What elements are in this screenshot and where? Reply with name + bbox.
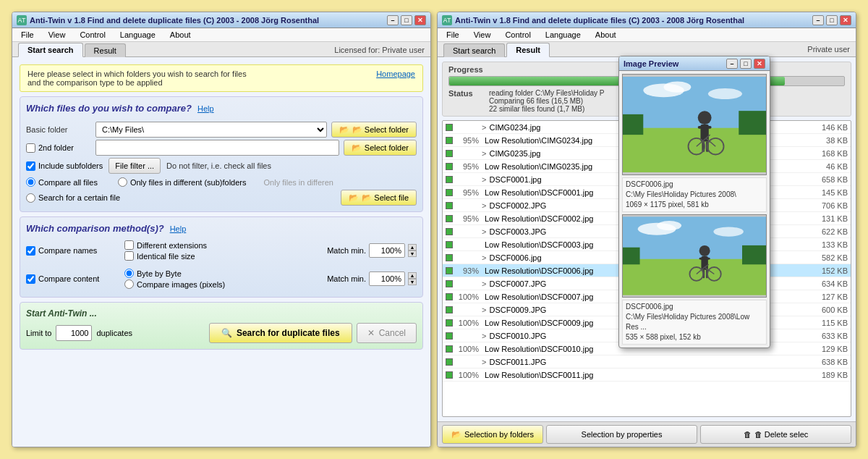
search-btn[interactable]: 🔍 Search for duplicate files [209, 323, 352, 343]
preview-min-btn[interactable]: – [726, 59, 738, 69]
tab-result-right[interactable]: Result [506, 43, 550, 57]
rmenu-control[interactable]: Control [501, 30, 535, 40]
match-percentage: 100% [456, 319, 479, 327]
file-size: 582 KB [804, 253, 848, 262]
close-btn-left[interactable]: ✕ [414, 15, 426, 25]
rmenu-file[interactable]: File [442, 30, 464, 40]
maximize-btn-left[interactable]: □ [401, 15, 412, 25]
preview-image-2 [622, 214, 767, 298]
rmenu-language[interactable]: Language [541, 30, 585, 40]
tab-result-left[interactable]: Result [85, 43, 126, 57]
compare-images-label: Compare images (pixels) [137, 280, 225, 289]
arrow-indicator: > [482, 253, 486, 262]
file-size: 168 KB [804, 149, 848, 158]
compare-content-row: Compare content Byte by Byte Compare ima… [26, 269, 417, 289]
folder2-checkbox[interactable] [26, 143, 35, 153]
left-title: Anti-Twin v 1.8 Find and delete duplicat… [30, 16, 319, 25]
file-size: 133 KB [804, 240, 848, 249]
maximize-btn-right[interactable]: □ [826, 15, 838, 25]
minimize-btn-right[interactable]: – [812, 15, 824, 25]
diff-ext-checkbox[interactable] [124, 240, 134, 250]
compare-content-checkbox[interactable] [26, 274, 35, 284]
file-size: 638 KB [804, 358, 848, 366]
left-content: Here please select in which folders you … [12, 57, 430, 447]
file-color-indicator [446, 371, 453, 379]
tab-start-search-left[interactable]: Start search [18, 43, 83, 57]
identical-size-label: Identical file size [137, 252, 195, 261]
folder2-row: 2nd folder 📂 Select folder [26, 140, 417, 156]
basic-folder-input[interactable]: C:\My Files\ [95, 122, 327, 138]
identical-size-checkbox[interactable] [124, 251, 134, 261]
file-filter-btn[interactable]: File filter ... [109, 158, 161, 174]
select-file-btn[interactable]: 📂 📂 Select file [341, 190, 417, 206]
file-size: 131 KB [804, 214, 848, 223]
comparison-section: Which comparison method(s)? Help Compare… [20, 216, 423, 298]
private-user-badge: Private user [807, 43, 850, 56]
folder-icon-bottom: 📂 [451, 430, 461, 439]
rmenu-view[interactable]: View [469, 30, 495, 40]
limit-input[interactable] [56, 325, 92, 341]
only-different-radio[interactable] [118, 177, 127, 187]
compare-names-checkbox[interactable] [26, 246, 35, 256]
help-link-1[interactable]: Help [197, 104, 214, 113]
match2-up[interactable]: ▲ [408, 272, 417, 279]
file-color-indicator [446, 163, 453, 170]
rmenu-about[interactable]: About [591, 30, 621, 40]
menu-control[interactable]: Control [75, 30, 109, 40]
files-section: Which files do you wish to compare? Help… [20, 96, 423, 212]
cancel-btn[interactable]: ✕ Cancel [357, 323, 417, 343]
selection-by-folders-btn[interactable]: 📂 Selection by folders [442, 425, 543, 444]
tab-start-search-right[interactable]: Start search [443, 43, 505, 57]
svg-rect-22 [623, 248, 640, 265]
menu-view[interactable]: View [44, 30, 70, 40]
only-files-label: Only files in differen [264, 178, 333, 187]
duplicates-label: duplicates [96, 329, 132, 337]
match-percentage: 95% [456, 136, 479, 145]
file-color-indicator [446, 215, 453, 222]
file-row[interactable]: >DSCF0011.JPG638 KB [443, 355, 851, 369]
compare-all-radio[interactable] [26, 177, 35, 187]
include-subfolders-checkbox[interactable] [26, 161, 35, 171]
help-link-2[interactable]: Help [170, 224, 187, 233]
match2-row: Match min. ▲ ▼ [327, 271, 417, 286]
bottom-bar: 📂 Selection by folders Selection by prop… [438, 421, 856, 447]
left-menubar: File View Control Language About [12, 28, 430, 42]
file-color-indicator [446, 319, 453, 327]
select-folder-2-btn[interactable]: 📂 Select folder [344, 140, 417, 156]
preview-image-1 [622, 74, 767, 175]
file-size: 706 KB [804, 201, 848, 210]
match1-up[interactable]: ▲ [408, 244, 417, 250]
folder-icon-2: 📂 [352, 143, 362, 153]
menu-file[interactable]: File [17, 30, 38, 40]
match2-input[interactable] [369, 271, 405, 286]
close-btn-right[interactable]: ✕ [840, 15, 851, 25]
svg-point-24 [699, 245, 710, 256]
only-different-label: Only files in different (sub)folders [130, 178, 247, 187]
file-row[interactable]: 100%Low Resolution\DSCF0011.jpg189 KB [443, 369, 851, 382]
match1-input[interactable] [369, 243, 405, 258]
preview-info-2: DSCF0006.jpg C:\My Files\Holiday Picture… [622, 300, 767, 345]
file-color-indicator [446, 241, 453, 248]
search-certain-radio[interactable] [26, 193, 35, 203]
select-folder-1-btn[interactable]: 📂 📂 Select folder [331, 122, 417, 138]
compare-images-radio[interactable] [124, 279, 134, 289]
file-color-indicator [446, 176, 453, 183]
match2-down[interactable]: ▼ [408, 279, 417, 285]
preview-close-btn[interactable]: ✕ [754, 59, 765, 69]
section1-title: Which files do you wish to compare? Help [26, 103, 417, 114]
menu-about[interactable]: About [166, 30, 195, 40]
left-titlebar: AT Anti-Twin v 1.8 Find and delete dupli… [12, 12, 430, 28]
byte-by-byte-radio[interactable] [124, 269, 134, 278]
menu-language[interactable]: Language [116, 30, 160, 40]
homepage-link[interactable]: Homepage [376, 70, 415, 78]
delete-selected-btn[interactable]: 🗑 🗑 Delete selec [700, 425, 851, 444]
file-name: DSCF0011.JPG [489, 358, 801, 366]
svg-rect-6 [739, 111, 766, 135]
licensed-label: Licensed for: Private user [334, 43, 425, 56]
folder2-input[interactable] [95, 140, 339, 156]
minimize-btn-left[interactable]: – [387, 15, 399, 25]
selection-by-properties-btn[interactable]: Selection by properties [546, 425, 697, 444]
preview-max-btn[interactable]: □ [740, 59, 752, 69]
app-icon-left: AT [17, 15, 27, 25]
match1-down[interactable]: ▼ [408, 250, 417, 257]
